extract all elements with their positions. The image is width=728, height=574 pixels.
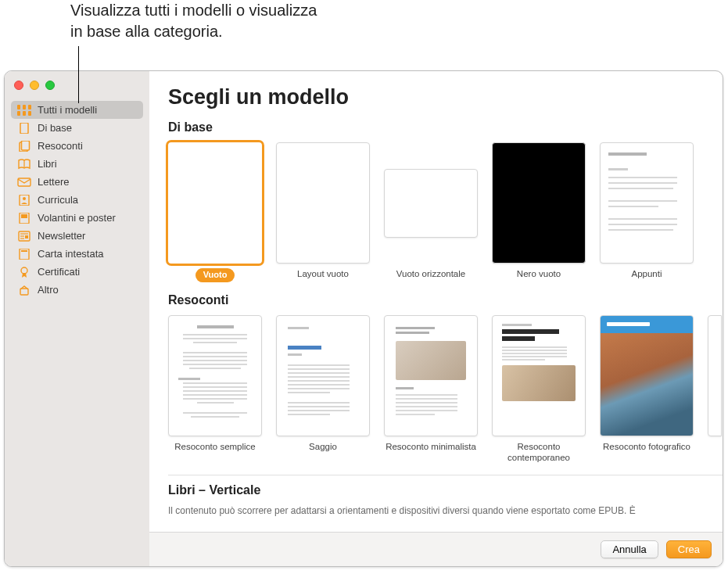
- sidebar-item-label: Certificati: [38, 266, 80, 278]
- template-resoconto-contemporaneo[interactable]: Resoconto contemporaneo: [492, 315, 586, 464]
- template-thumbnail: [492, 315, 586, 436]
- sidebar-item-stationery[interactable]: Carta intestata: [11, 245, 143, 263]
- sidebar-item-label: Volantini e poster: [38, 212, 116, 224]
- page-title: Scegli un modello: [168, 85, 723, 109]
- section-header: Resoconti: [168, 293, 723, 307]
- template-gallery[interactable]: Scegli un modello Di base Vuoto Layout v…: [149, 71, 723, 532]
- template-thumbnail: [276, 142, 370, 264]
- template-resoconto-fotografico[interactable]: Resoconto fotografico: [600, 315, 694, 464]
- template-label: Resoconto contemporaneo: [492, 441, 586, 464]
- template-thumbnail: [384, 169, 478, 238]
- template-label: Layout vuoto: [297, 268, 349, 279]
- template-thumbnail: [276, 315, 370, 436]
- sidebar-item-newsletters[interactable]: Newsletter: [11, 227, 143, 245]
- svg-rect-6: [20, 123, 28, 134]
- cancel-button[interactable]: Annulla: [601, 540, 658, 558]
- svg-rect-14: [21, 214, 27, 218]
- template-thumbnail: [492, 142, 586, 264]
- svg-rect-23: [20, 289, 28, 295]
- sidebar-item-letters[interactable]: Lettere: [11, 173, 143, 191]
- sidebar-item-label: Resoconti: [38, 140, 83, 152]
- letterhead-icon: [17, 249, 31, 260]
- template-appunti[interactable]: Appunti: [600, 142, 694, 282]
- sidebar-item-label: Tutti i modelli: [38, 104, 97, 116]
- sidebar-list: Tutti i modelli Di base Resoconti Libri: [5, 98, 149, 302]
- zoom-window-button[interactable]: [45, 81, 55, 90]
- template-thumbnail: [384, 315, 478, 436]
- section-note: Il contenuto può scorrere per adattarsi …: [168, 505, 700, 516]
- create-button[interactable]: Crea: [666, 540, 712, 558]
- svg-rect-5: [28, 111, 31, 116]
- svg-rect-1: [23, 105, 26, 109]
- template-resoconto-minimalista[interactable]: Resoconto minimalista: [384, 315, 478, 464]
- sidebar-item-label: Newsletter: [38, 230, 85, 242]
- section-header: Di base: [168, 120, 723, 135]
- template-label: Vuoto orizzontale: [396, 268, 465, 279]
- template-label: Nero vuoto: [517, 268, 561, 279]
- stack-icon: [17, 141, 31, 152]
- template-label: Appunti: [631, 268, 662, 279]
- template-label: Resoconto minimalista: [386, 441, 476, 452]
- template-thumbnail: [168, 315, 262, 436]
- sidebar-item-all-templates[interactable]: Tutti i modelli: [11, 101, 143, 119]
- main-pane: Scegli un modello Di base Vuoto Layout v…: [149, 71, 723, 566]
- svg-rect-10: [18, 178, 30, 186]
- svg-rect-4: [23, 111, 26, 116]
- template-vuoto-orizzontale[interactable]: Vuoto orizzontale: [384, 142, 478, 282]
- template-row: Vuoto Layout vuoto Vuoto orizzontale: [168, 142, 723, 282]
- sidebar-item-certificates[interactable]: Certificati: [11, 263, 143, 281]
- sidebar-item-reports[interactable]: Resoconti: [11, 137, 143, 155]
- svg-point-12: [23, 197, 26, 200]
- template-peek-more[interactable]: [708, 315, 722, 436]
- sidebar-item-label: Di base: [38, 122, 72, 134]
- footer-bar: Annulla Crea: [149, 532, 723, 566]
- section-books-portrait: Libri – Verticale Il contenuto può scorr…: [168, 475, 723, 516]
- page-icon: [17, 123, 31, 134]
- envelope-icon: [17, 177, 31, 188]
- sidebar-item-other[interactable]: Altro: [11, 281, 143, 299]
- window-controls: [5, 71, 149, 98]
- template-nero-vuoto[interactable]: Nero vuoto: [492, 142, 586, 282]
- sidebar-item-label: Carta intestata: [38, 248, 104, 260]
- sidebar-item-label: Curricula: [38, 194, 78, 206]
- close-window-button[interactable]: [14, 81, 23, 90]
- template-row: Resoconto semplice: [168, 315, 723, 464]
- template-label: Vuoto: [195, 268, 235, 282]
- template-label: Resoconto semplice: [174, 441, 256, 452]
- template-vuoto[interactable]: Vuoto: [168, 142, 262, 282]
- template-layout-vuoto[interactable]: Layout vuoto: [276, 142, 370, 282]
- template-label: Saggio: [309, 441, 337, 452]
- svg-rect-21: [21, 250, 27, 252]
- template-thumbnail: [600, 315, 694, 436]
- callout-text: Visualizza tutti i modelli o visualizza …: [70, 0, 317, 42]
- svg-rect-0: [17, 105, 20, 109]
- sidebar-item-label: Libri: [38, 158, 57, 170]
- svg-rect-19: [25, 235, 28, 239]
- book-icon: [17, 159, 31, 170]
- template-thumbnail: [600, 142, 694, 264]
- section-reports: Resoconti: [168, 293, 723, 464]
- sidebar: Tutti i modelli Di base Resoconti Libri: [5, 71, 149, 566]
- sidebar-item-label: Lettere: [38, 176, 69, 188]
- sidebar-item-books[interactable]: Libri: [11, 155, 143, 173]
- template-thumbnail: [168, 142, 262, 264]
- callout-line: [78, 46, 79, 103]
- sidebar-item-label: Altro: [38, 284, 59, 296]
- svg-rect-3: [17, 111, 20, 116]
- sidebar-item-resumes[interactable]: Curricula: [11, 191, 143, 209]
- grid-icon: [17, 105, 31, 116]
- misc-icon: [17, 285, 31, 296]
- rosette-icon: [17, 267, 31, 278]
- minimize-window-button[interactable]: [30, 81, 39, 90]
- template-saggio[interactable]: Saggio: [276, 315, 370, 464]
- section-header: Libri – Verticale: [168, 483, 723, 497]
- sidebar-item-basic[interactable]: Di base: [11, 119, 143, 137]
- sidebar-item-flyers[interactable]: Volantini e poster: [11, 209, 143, 227]
- template-chooser-window: Tutti i modelli Di base Resoconti Libri: [4, 70, 723, 567]
- template-label: Resoconto fotografico: [603, 441, 690, 452]
- person-card-icon: [17, 195, 31, 206]
- template-resoconto-semplice[interactable]: Resoconto semplice: [168, 315, 262, 464]
- svg-point-22: [21, 267, 27, 274]
- section-basic: Di base Vuoto Layout vuoto Vuo: [168, 120, 723, 282]
- newspaper-icon: [17, 231, 31, 242]
